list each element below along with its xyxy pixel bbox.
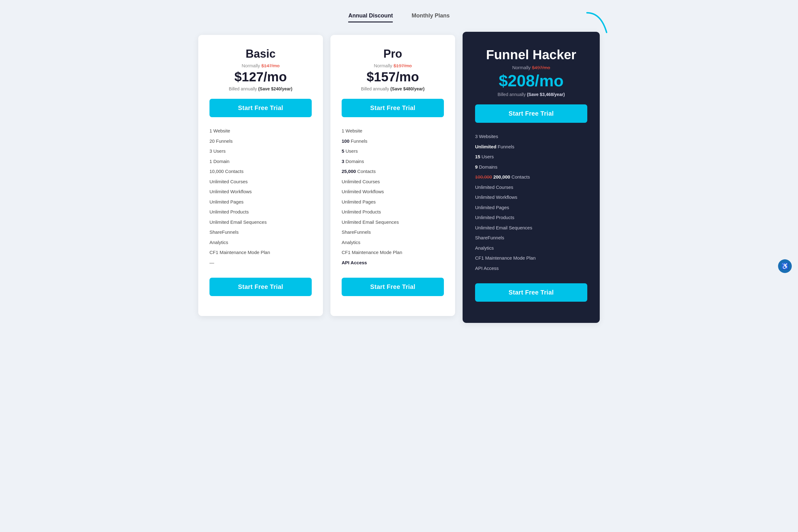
list-item: ShareFunnels [342, 227, 444, 238]
tab-monthly-label: Monthly Plans [412, 13, 450, 19]
basic-price: $127/mo [209, 70, 312, 84]
list-item: Unlimited Courses [342, 177, 444, 187]
pro-plan-name: Pro [342, 48, 444, 60]
list-item: 1 Website [209, 126, 312, 136]
list-item: 100 Funnels [342, 136, 444, 147]
list-item: 9 Domains [475, 162, 587, 172]
list-item: Unlimited Email Sequences [475, 223, 587, 233]
list-item: CF1 Maintenance Mode Plan [209, 247, 312, 258]
list-item: API Access [475, 263, 587, 274]
plan-basic: Basic Normally $147/mo $127/mo Billed an… [198, 35, 323, 316]
list-item: CF1 Maintenance Mode Plan [475, 253, 587, 263]
plan-pro: Pro Normally $197/mo $157/mo Billed annu… [330, 35, 455, 316]
tab-annual[interactable]: Annual Discount [348, 13, 393, 22]
plan-funnel-hacker: Funnel Hacker Normally $497/mo $208/mo B… [462, 32, 600, 323]
list-item: Unlimited Workflows [475, 192, 587, 203]
fh-price: $208/mo [475, 71, 587, 90]
fh-features: 3 Websites Unlimited Funnels 15 Users 9 … [475, 132, 587, 273]
list-item: 3 Domains [342, 156, 444, 167]
tab-monthly[interactable]: Monthly Plans [412, 13, 450, 22]
list-item: 1 Domain [209, 156, 312, 167]
list-item: Unlimited Workflows [209, 187, 312, 197]
list-item: 1 Website [342, 126, 444, 136]
list-item: 3 Websites [475, 132, 587, 142]
list-item: Analytics [342, 238, 444, 248]
fh-cta-bottom[interactable]: Start Free Trial [475, 283, 587, 302]
list-item: 20 Funnels [209, 136, 312, 147]
list-item: — [209, 258, 312, 268]
tab-annual-label: Annual Discount [348, 13, 393, 19]
fh-plan-name: Funnel Hacker [475, 48, 587, 62]
list-item: Unlimited Pages [475, 203, 587, 213]
plans-container: Basic Normally $147/mo $127/mo Billed an… [196, 35, 602, 323]
fh-billing: Billed annually (Save $3,468/year) [475, 92, 587, 97]
pro-cta-bottom[interactable]: Start Free Trial [342, 278, 444, 296]
tabs-container: Annual Discount Monthly Plans [6, 13, 792, 22]
list-item: Unlimited Products [209, 207, 312, 217]
basic-cta-bottom[interactable]: Start Free Trial [209, 278, 312, 296]
accessibility-icon: ♿ [781, 262, 789, 270]
list-item: Unlimited Email Sequences [342, 217, 444, 228]
list-item: ShareFunnels [475, 233, 587, 243]
accessibility-button[interactable]: ♿ [778, 259, 792, 273]
basic-features: 1 Website 20 Funnels 3 Users 1 Domain 10… [209, 126, 312, 268]
list-item: Unlimited Courses [209, 177, 312, 187]
list-item: Analytics [475, 243, 587, 253]
list-item: Unlimited Funnels [475, 142, 587, 152]
list-item: CF1 Maintenance Mode Plan [342, 247, 444, 258]
fh-cta-top[interactable]: Start Free Trial [475, 104, 587, 123]
basic-normally: Normally $147/mo [209, 63, 312, 68]
basic-plan-name: Basic [209, 48, 312, 60]
fh-normally: Normally $497/mo [475, 65, 587, 70]
list-item: ShareFunnels [209, 227, 312, 238]
list-item: Unlimited Workflows [342, 187, 444, 197]
list-item: API Access [342, 258, 444, 268]
list-item: Unlimited Courses [475, 182, 587, 193]
list-item: Unlimited Products [475, 212, 587, 223]
basic-cta-top[interactable]: Start Free Trial [209, 99, 312, 117]
list-item: 3 Users [209, 146, 312, 156]
basic-billing: Billed annually (Save $240/year) [209, 86, 312, 91]
list-item: 5 Users [342, 146, 444, 156]
pro-billing: Billed annually (Save $480/year) [342, 86, 444, 91]
list-item: 25,000 Contacts [342, 167, 444, 177]
pro-price: $157/mo [342, 70, 444, 84]
list-item: Unlimited Pages [209, 197, 312, 207]
svg-marker-0 [604, 30, 609, 35]
list-item: Unlimited Products [342, 207, 444, 217]
list-item: Unlimited Pages [342, 197, 444, 207]
list-item: 100,000 200,000 Contacts [475, 172, 587, 182]
list-item: Unlimited Email Sequences [209, 217, 312, 228]
list-item: 15 Users [475, 152, 587, 162]
list-item: Analytics [209, 238, 312, 248]
list-item: 10,000 Contacts [209, 167, 312, 177]
pro-normally: Normally $197/mo [342, 63, 444, 68]
pro-features: 1 Website 100 Funnels 5 Users 3 Domains … [342, 126, 444, 268]
pro-cta-top[interactable]: Start Free Trial [342, 99, 444, 117]
